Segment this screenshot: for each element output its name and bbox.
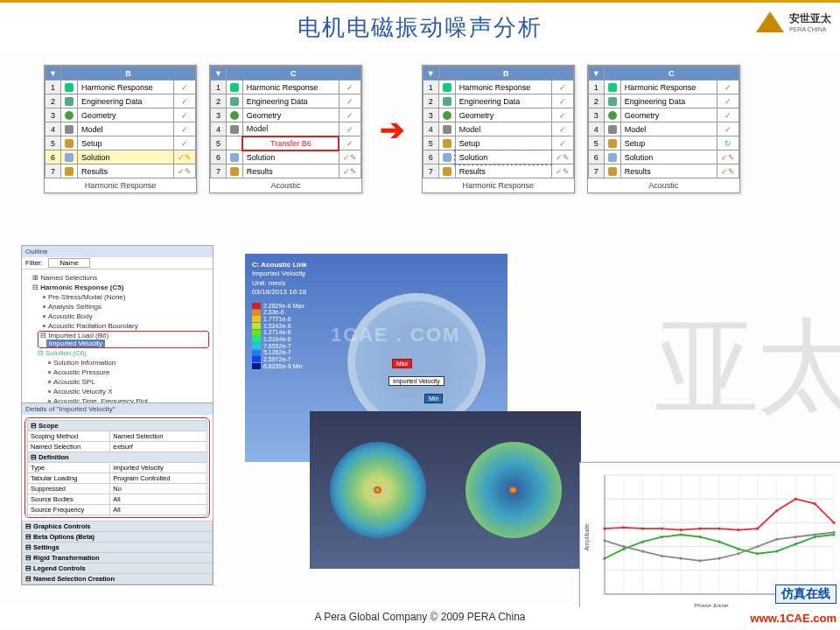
svg-point-24 — [661, 528, 663, 530]
tree-item[interactable]: Solution Information — [53, 359, 116, 367]
cell[interactable]: Results — [242, 164, 339, 178]
svg-point-55 — [756, 545, 759, 548]
tree-item[interactable]: Solution (C6) — [46, 349, 87, 357]
cell[interactable]: Model — [620, 122, 717, 136]
watermark-url: 1CAE . COM — [331, 324, 460, 346]
svg-point-32 — [814, 502, 816, 505]
cell[interactable]: Harmonic Response — [620, 80, 717, 94]
details-panel: Details of "Imported Velocity" ⊟ ScopeSc… — [21, 402, 214, 585]
viz-unit: Unit: mm/s — [252, 279, 285, 287]
tree-item[interactable]: Acoustic Radiation Boundary — [48, 322, 138, 330]
results-icon — [230, 167, 239, 176]
caption-acoustic: Acoustic — [210, 178, 360, 193]
arrow-icon: ➔ — [380, 112, 404, 147]
svg-point-36 — [641, 541, 644, 543]
wb-table-c-acoustic-after: ▼C 1Harmonic Response 2Engineering Data … — [587, 65, 740, 193]
filter-label: Filter: — [25, 259, 43, 267]
cell[interactable]: Results — [455, 164, 551, 178]
cell-harmonic[interactable]: Harmonic Response — [77, 80, 173, 94]
tree-item[interactable]: Acoustic SPL — [53, 378, 95, 386]
svg-point-58 — [814, 533, 816, 536]
solution-icon — [65, 153, 74, 162]
tree-item[interactable]: Analysis Settings — [48, 303, 102, 311]
col-header-b: B — [60, 66, 195, 80]
cell-results[interactable]: Results — [77, 164, 173, 178]
svg-point-52 — [699, 559, 702, 562]
svg-point-47 — [603, 539, 606, 542]
svg-point-59 — [832, 531, 835, 534]
cell-setup-linked[interactable]: Setup — [620, 136, 717, 150]
cell[interactable]: Model — [455, 122, 551, 136]
cell-geometry[interactable]: Geometry — [77, 108, 173, 122]
svg-point-38 — [680, 533, 682, 536]
imported-velocity-tag: Imported Velocity — [388, 376, 444, 386]
cell[interactable]: Engineering Data — [455, 94, 551, 108]
tree-item[interactable]: Acoustic Pressure — [53, 368, 109, 376]
min-tag: Min — [424, 394, 443, 403]
cell-solution-linked[interactable]: Solution — [455, 150, 551, 164]
cell[interactable]: Solution — [242, 150, 339, 164]
details-table-footer: ⊟ Graphics Controls⊟ Beta Options (Beta)… — [22, 521, 213, 584]
transfer-drop-target[interactable]: Transfer B6 — [242, 136, 339, 150]
tree-item-imported-load[interactable]: Imported Load (B6) — [48, 332, 108, 340]
cell[interactable]: Harmonic Response — [455, 80, 551, 94]
setup-icon — [65, 139, 74, 148]
tree-item-imported-velocity[interactable]: Imported Velocity — [46, 340, 105, 347]
logo-text: 安世亚太 — [789, 11, 831, 26]
svg-text:Amplitude: Amplitude — [584, 523, 591, 550]
svg-point-54 — [737, 552, 739, 555]
watermark-side: 亚太 — [654, 298, 840, 440]
cell[interactable]: Harmonic Response — [242, 80, 339, 94]
system-icon — [230, 83, 239, 92]
svg-point-49 — [641, 550, 644, 552]
svg-point-56 — [775, 538, 778, 541]
tree-item[interactable]: Pre-Stress/Modal (None) — [48, 293, 125, 301]
details-table: ⊟ ScopeScoping MethodNamed SelectionName… — [27, 420, 207, 515]
results-icon — [65, 167, 74, 176]
outline-tree[interactable]: ⊞ Named Selections ⊟ Harmonic Response (… — [22, 270, 213, 410]
svg-point-48 — [622, 545, 625, 548]
svg-point-39 — [699, 536, 702, 538]
tree-item[interactable]: Acoustic Body — [48, 312, 93, 320]
svg-point-57 — [794, 536, 797, 538]
cell[interactable]: Geometry — [455, 108, 551, 122]
badge-simulation-online: 仿真在线 — [775, 584, 836, 604]
caption-harmonic: Harmonic Response — [423, 178, 573, 193]
cell[interactable]: Engineering Data — [242, 94, 339, 108]
tree-item[interactable]: Named Selections — [40, 274, 97, 282]
svg-point-30 — [775, 509, 778, 512]
col-header-c: C — [604, 66, 738, 80]
svg-point-23 — [641, 528, 644, 530]
svg-point-37 — [661, 536, 663, 538]
filter-select[interactable]: Name — [48, 258, 89, 268]
cell[interactable]: Geometry — [620, 108, 717, 122]
cell[interactable]: Results — [620, 164, 717, 178]
model-icon — [230, 125, 239, 134]
viz-title: C: Acoustic Link — [252, 261, 307, 269]
caption-harmonic: Harmonic Response — [46, 178, 196, 193]
geometry-icon — [65, 111, 74, 120]
solution-icon — [230, 153, 239, 162]
svg-point-22 — [622, 526, 625, 528]
cell[interactable]: Setup — [455, 136, 551, 150]
col-header-b: B — [438, 66, 573, 80]
system-icon — [65, 83, 74, 92]
pera-logo: 安世亚太 PERA CHINA — [756, 11, 831, 32]
slide-title: 电机电磁振动噪声分析 — [298, 12, 542, 43]
tree-item[interactable]: Harmonic Response (C5) — [40, 284, 123, 291]
cell[interactable]: Model — [242, 122, 339, 136]
cell-solution[interactable]: Solution — [77, 150, 173, 164]
footer: A Pera Global Company © 2009 PERA China — [0, 607, 840, 626]
cell[interactable]: Geometry — [242, 108, 339, 122]
cell[interactable]: Engineering Data — [620, 94, 717, 108]
svg-point-28 — [737, 528, 739, 531]
outline-panel: Outline Filter: Name ⊞ Named Selections … — [21, 245, 214, 410]
svg-point-21 — [603, 528, 606, 530]
cell[interactable]: Solution — [620, 150, 717, 164]
svg-point-29 — [756, 528, 759, 530]
svg-point-42 — [756, 552, 759, 555]
cell-engdata[interactable]: Engineering Data — [77, 94, 173, 108]
tree-item[interactable]: Acoustic Velocity X — [53, 388, 113, 396]
cell-setup[interactable]: Setup — [77, 136, 173, 150]
cell-model[interactable]: Model — [77, 122, 173, 136]
